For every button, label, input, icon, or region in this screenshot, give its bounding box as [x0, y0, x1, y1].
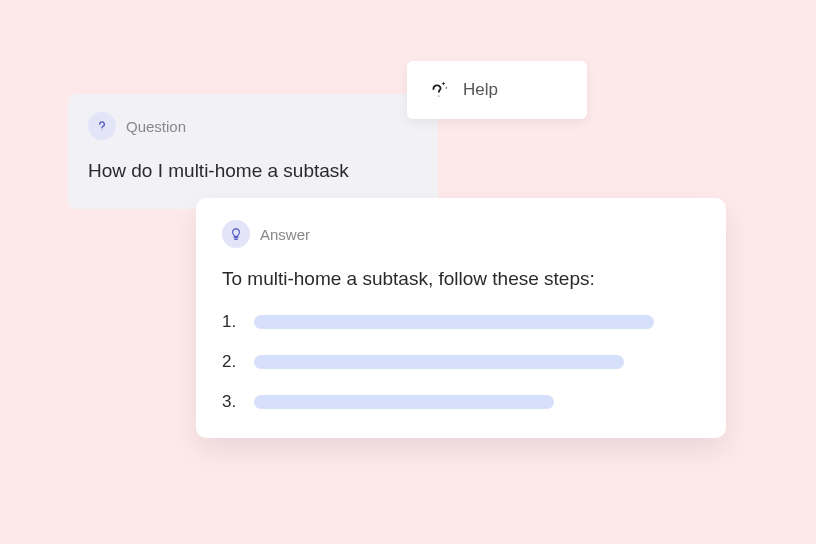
help-chip[interactable]: Help [407, 61, 587, 119]
answer-step: 2. [222, 352, 700, 372]
step-content-placeholder [254, 395, 554, 409]
step-number: 2. [222, 352, 238, 372]
answer-steps-list: 1. 2. 3. [222, 312, 700, 412]
answer-intro-text: To multi-home a subtask, follow these st… [222, 268, 700, 290]
sparkle-question-icon [427, 79, 449, 101]
answer-card-header: Answer [222, 220, 700, 248]
question-mark-icon [88, 112, 116, 140]
answer-step: 3. [222, 392, 700, 412]
lightbulb-icon [222, 220, 250, 248]
step-content-placeholder [254, 315, 654, 329]
svg-point-0 [438, 95, 439, 96]
question-header-label: Question [126, 118, 186, 135]
step-number: 3. [222, 392, 238, 412]
answer-step: 1. [222, 312, 700, 332]
answer-header-label: Answer [260, 226, 310, 243]
answer-card: Answer To multi-home a subtask, follow t… [196, 198, 726, 438]
svg-point-1 [102, 130, 103, 131]
help-chip-label: Help [463, 80, 498, 100]
question-card-header: Question [88, 112, 418, 140]
step-number: 1. [222, 312, 238, 332]
step-content-placeholder [254, 355, 624, 369]
question-card: Question How do I multi-home a subtask [68, 94, 438, 209]
question-text: How do I multi-home a subtask [88, 160, 418, 182]
